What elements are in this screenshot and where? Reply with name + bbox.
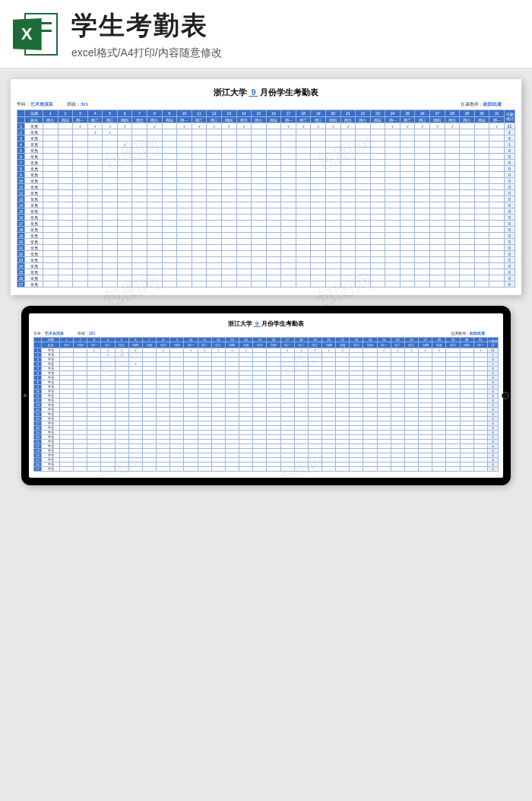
- attendance-cell[interactable]: [489, 178, 505, 184]
- attendance-cell[interactable]: [177, 263, 192, 269]
- attendance-cell[interactable]: [311, 281, 326, 288]
- attendance-cell[interactable]: [400, 172, 415, 178]
- attendance-cell[interactable]: [207, 281, 222, 288]
- attendance-cell[interactable]: [430, 233, 445, 239]
- attendance-cell[interactable]: [400, 239, 415, 245]
- attendance-cell[interactable]: [58, 239, 73, 245]
- attendance-cell[interactable]: [266, 221, 281, 227]
- attendance-cell[interactable]: [281, 245, 296, 251]
- attendance-cell[interactable]: [489, 281, 505, 288]
- attendance-cell[interactable]: [252, 275, 267, 281]
- attendance-cell[interactable]: [296, 257, 311, 263]
- attendance-cell[interactable]: [43, 166, 59, 172]
- attendance-cell[interactable]: [117, 275, 132, 281]
- attendance-cell[interactable]: [162, 263, 177, 269]
- attendance-cell[interactable]: [296, 160, 311, 166]
- attendance-cell[interactable]: √: [445, 123, 460, 129]
- attendance-cell[interactable]: [356, 269, 371, 275]
- attendance-cell[interactable]: [43, 154, 59, 160]
- attendance-cell[interactable]: [445, 196, 460, 202]
- attendance-cell[interactable]: [311, 257, 326, 263]
- attendance-cell[interactable]: [132, 196, 147, 202]
- attendance-cell[interactable]: [415, 166, 430, 172]
- attendance-cell[interactable]: [370, 257, 385, 263]
- attendance-cell[interactable]: [281, 251, 296, 257]
- attendance-cell[interactable]: √: [192, 123, 207, 129]
- attendance-cell[interactable]: [415, 148, 430, 154]
- attendance-cell[interactable]: [252, 135, 267, 141]
- attendance-cell[interactable]: [489, 172, 505, 178]
- attendance-cell[interactable]: [103, 154, 118, 160]
- attendance-cell[interactable]: [221, 135, 236, 141]
- attendance-cell[interactable]: [103, 208, 118, 215]
- attendance-cell[interactable]: [87, 467, 101, 472]
- attendance-cell[interactable]: [370, 154, 385, 160]
- attendance-cell[interactable]: [430, 141, 445, 148]
- attendance-cell[interactable]: [87, 166, 103, 172]
- attendance-cell[interactable]: [147, 160, 163, 166]
- attendance-cell[interactable]: [236, 166, 252, 172]
- attendance-cell[interactable]: [73, 184, 88, 190]
- attendance-cell[interactable]: [132, 135, 147, 141]
- attendance-cell[interactable]: [460, 227, 475, 233]
- attendance-cell[interactable]: [132, 141, 147, 148]
- attendance-cell[interactable]: [207, 257, 222, 263]
- attendance-cell[interactable]: [221, 275, 236, 281]
- attendance-cell[interactable]: [147, 233, 163, 239]
- attendance-cell[interactable]: [43, 178, 59, 184]
- attendance-cell[interactable]: [73, 190, 88, 196]
- attendance-cell[interactable]: [489, 221, 505, 227]
- attendance-cell[interactable]: [430, 275, 445, 281]
- attendance-cell[interactable]: [207, 245, 222, 251]
- attendance-cell[interactable]: [252, 184, 267, 190]
- attendance-cell[interactable]: [281, 202, 296, 208]
- attendance-cell[interactable]: [207, 154, 222, 160]
- attendance-cell[interactable]: [162, 227, 177, 233]
- attendance-cell[interactable]: [177, 135, 192, 141]
- attendance-cell[interactable]: [58, 221, 73, 227]
- attendance-cell[interactable]: [132, 215, 147, 221]
- attendance-cell[interactable]: [58, 251, 73, 257]
- attendance-cell[interactable]: [400, 129, 415, 135]
- attendance-cell[interactable]: [296, 239, 311, 245]
- attendance-cell[interactable]: [445, 269, 460, 275]
- attendance-cell[interactable]: [340, 160, 356, 166]
- attendance-cell[interactable]: [340, 275, 356, 281]
- attendance-cell[interactable]: [400, 190, 415, 196]
- attendance-cell[interactable]: [311, 178, 326, 184]
- attendance-cell[interactable]: [415, 269, 430, 275]
- attendance-cell[interactable]: [296, 269, 311, 275]
- attendance-cell[interactable]: [207, 166, 222, 172]
- attendance-cell[interactable]: [385, 233, 401, 239]
- attendance-cell[interactable]: [281, 233, 296, 239]
- attendance-cell[interactable]: [415, 160, 430, 166]
- attendance-cell[interactable]: [460, 129, 475, 135]
- attendance-cell[interactable]: [415, 208, 430, 215]
- attendance-cell[interactable]: [74, 467, 87, 472]
- attendance-cell[interactable]: [489, 251, 505, 257]
- attendance-cell[interactable]: [103, 166, 118, 172]
- attendance-cell[interactable]: [445, 245, 460, 251]
- attendance-cell[interactable]: [266, 148, 281, 154]
- attendance-cell[interactable]: [87, 141, 103, 148]
- attendance-cell[interactable]: [132, 263, 147, 269]
- attendance-cell[interactable]: [445, 141, 460, 148]
- attendance-cell[interactable]: [340, 269, 356, 275]
- attendance-cell[interactable]: [311, 215, 326, 221]
- attendance-cell[interactable]: [296, 208, 311, 215]
- attendance-cell[interactable]: [460, 172, 475, 178]
- attendance-cell[interactable]: [221, 178, 236, 184]
- attendance-cell[interactable]: [103, 148, 118, 154]
- attendance-cell[interactable]: [103, 215, 118, 221]
- attendance-cell[interactable]: [489, 233, 505, 239]
- attendance-cell[interactable]: [430, 239, 445, 245]
- attendance-cell[interactable]: [207, 269, 222, 275]
- attendance-cell[interactable]: [445, 202, 460, 208]
- attendance-cell[interactable]: [391, 467, 404, 472]
- attendance-cell[interactable]: [325, 148, 340, 154]
- attendance-cell[interactable]: [43, 208, 59, 215]
- attendance-cell[interactable]: [489, 141, 505, 148]
- attendance-cell[interactable]: [207, 221, 222, 227]
- attendance-cell[interactable]: [162, 251, 177, 257]
- attendance-cell[interactable]: [87, 221, 103, 227]
